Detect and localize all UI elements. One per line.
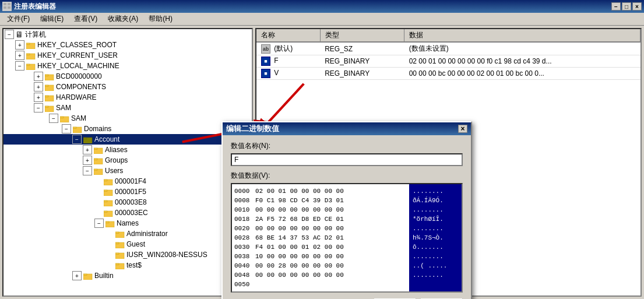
- tree-label-u1f4: 000001F4: [115, 177, 146, 185]
- svg-rect-19: [60, 117, 64, 118]
- svg-rect-41: [115, 232, 119, 234]
- svg-rect-11: [45, 75, 48, 76]
- menu-favorites[interactable]: 收藏夹(A): [103, 13, 143, 25]
- tree-item-hklm[interactable]: − HKEY_LOCAL_MACHINE: [3, 61, 252, 71]
- menu-help[interactable]: 帮助(H): [144, 13, 177, 25]
- hex-chars-9: ........: [413, 270, 458, 280]
- folder-icon-groups: [94, 157, 103, 164]
- cell-name-3: V: [274, 69, 279, 77]
- svg-rect-21: [73, 127, 76, 129]
- hex-row-10: 0050: [234, 280, 407, 289]
- hex-bytes-9: 00 00 00 00 00 00 00 00: [255, 270, 344, 280]
- expand-bcd[interactable]: +: [34, 72, 43, 81]
- tree-item-names[interactable]: − Names: [3, 218, 252, 228]
- tree-item-sam-root[interactable]: − SAM: [3, 103, 252, 113]
- tree-item-u3ec[interactable]: 000003EC: [3, 207, 252, 218]
- svg-rect-35: [104, 200, 107, 202]
- registry-tree: − 🖥 计算机 + HKEY_CLASSES_ROOT + HKEY_CURRE…: [2, 28, 253, 297]
- hex-right-panel: ........ ðÁ.ÍÄ9Ó. ........ *õrhØíÎ. ....…: [409, 184, 462, 291]
- folder-icon-sam-root: [45, 104, 54, 112]
- dialog-name-input[interactable]: F: [231, 153, 463, 166]
- col-header-name: 名称: [256, 29, 320, 42]
- menu-file[interactable]: 文件(F): [2, 13, 34, 25]
- tree-item-u3e8[interactable]: 000003E8: [3, 197, 252, 207]
- reg-icon-ab-1: ab: [261, 44, 270, 54]
- cell-type-3: REG_BINARY: [320, 68, 404, 80]
- tree-root-computer[interactable]: − 🖥 计算机: [3, 29, 252, 40]
- hex-editor[interactable]: 0000 02 00 01 00 00 00 00 00 0008 F0 C1 …: [231, 183, 463, 293]
- tree-item-bcd[interactable]: + BCD00000000: [3, 71, 252, 82]
- tree-item-u1f5[interactable]: 000001F5: [3, 187, 252, 197]
- expand-users[interactable]: −: [83, 166, 92, 175]
- menu-view[interactable]: 查看(V): [69, 13, 102, 25]
- folder-icon-builtin: [83, 272, 93, 280]
- cell-name-2: F: [274, 57, 278, 65]
- expand-builtin[interactable]: +: [72, 271, 82, 280]
- hex-bytes-6: F4 01 00 00 01 02 00 00: [255, 242, 344, 252]
- tree-item-domains[interactable]: − Domains: [3, 124, 252, 134]
- folder-icon-components: [45, 83, 54, 91]
- hex-chars-1: ðÁ.ÍÄ9Ó.: [413, 196, 458, 205]
- tree-item-test[interactable]: test$: [3, 260, 252, 270]
- expand-aliases[interactable]: +: [83, 145, 92, 154]
- menu-edit[interactable]: 编辑(E): [36, 13, 68, 25]
- tree-label-test: test$: [126, 261, 142, 269]
- hex-addr-7: 0038: [234, 252, 255, 261]
- svg-rect-29: [94, 169, 97, 171]
- hex-addr-2: 0010: [234, 205, 255, 214]
- tree-item-builtin[interactable]: + Builtin: [3, 270, 252, 281]
- hex-row-1: 0008 F0 C1 98 CD C4 39 D3 01: [234, 196, 407, 205]
- hex-row-0: 0000 02 00 01 00 00 00 00 00: [234, 187, 407, 196]
- tree-item-components[interactable]: + COMPONENTS: [3, 82, 252, 92]
- hex-bytes-1: F0 C1 98 CD C4 39 D3 01: [255, 196, 344, 205]
- expand-hkcu[interactable]: +: [15, 51, 24, 60]
- minimize-button[interactable]: −: [611, 2, 621, 10]
- table-row[interactable]: ■ V REG_BINARY 00 00 00 bc 00 00 00 02 0…: [256, 68, 641, 80]
- tree-item-sam-sub[interactable]: − SAM: [3, 113, 252, 124]
- tree-item-hardware[interactable]: + HARDWARE: [3, 92, 252, 103]
- tree-item-guest[interactable]: Guest: [3, 239, 252, 249]
- dialog-title-text: 编辑二进制数值: [226, 124, 458, 134]
- maximize-button[interactable]: □: [622, 2, 631, 10]
- tree-label-u3ec: 000003EC: [115, 209, 148, 217]
- tree-item-admin[interactable]: Administrator: [3, 228, 252, 239]
- menu-bar: 文件(F) 编辑(E) 查看(V) 收藏夹(A) 帮助(H): [0, 13, 644, 26]
- tree-item-groups[interactable]: + Groups: [3, 155, 252, 166]
- expand-names[interactable]: −: [94, 219, 104, 228]
- app-title: 注册表编辑器: [14, 2, 56, 12]
- expand-components[interactable]: +: [34, 82, 43, 92]
- expand-hardware[interactable]: +: [34, 93, 43, 102]
- expand-account[interactable]: −: [72, 135, 82, 144]
- expand-sam-root[interactable]: −: [34, 103, 43, 112]
- tree-item-u1f4[interactable]: 000001F4: [3, 176, 252, 187]
- folder-icon-admin: [115, 230, 125, 238]
- expand-hkcr[interactable]: +: [15, 40, 24, 50]
- close-button[interactable]: ×: [632, 2, 642, 10]
- tree-item-hkcr[interactable]: + HKEY_CLASSES_ROOT: [3, 40, 252, 50]
- edit-binary-dialog[interactable]: 编辑二进制数值 × 数值名称(N): F 数值数据(V): 0000 02 00…: [221, 121, 472, 299]
- tree-item-aliases[interactable]: + Aliases: [3, 145, 252, 155]
- expand-groups[interactable]: +: [83, 156, 92, 165]
- svg-rect-49: [83, 274, 87, 276]
- tree-item-account[interactable]: − Account: [3, 134, 252, 145]
- expand-hklm[interactable]: −: [15, 61, 24, 71]
- svg-rect-3: [8, 6, 10, 9]
- tree-label-hklm: HKEY_LOCAL_MACHINE: [37, 62, 119, 70]
- expand-icon[interactable]: −: [5, 30, 14, 39]
- table-row[interactable]: ■ F REG_BINARY 02 00 01 00 00 00 00 00 f…: [256, 55, 641, 68]
- tree-label-aliases: Aliases: [105, 146, 128, 154]
- tree-item-iusr[interactable]: IUSR_WIN2008-NESSUS: [3, 249, 252, 260]
- tree-label-guest: Guest: [126, 240, 145, 248]
- expand-sam-sub[interactable]: −: [49, 114, 58, 123]
- tree-item-users[interactable]: − Users: [3, 166, 252, 176]
- tree-item-hkcu[interactable]: + HKEY_CURRENT_USER: [3, 50, 252, 61]
- dialog-close-button[interactable]: ×: [458, 125, 467, 133]
- expand-domains[interactable]: −: [62, 124, 71, 133]
- table-row[interactable]: ab (默认) REG_SZ (数值未设置): [256, 42, 641, 55]
- hex-addr-3: 0018: [234, 214, 255, 224]
- folder-icon-users: [94, 167, 103, 175]
- svg-rect-0: [3, 3, 6, 5]
- tree-label-iusr: IUSR_WIN2008-NESSUS: [126, 251, 207, 259]
- hex-bytes-7: 10 00 00 00 00 00 00 00: [255, 252, 344, 261]
- svg-rect-5: [26, 43, 30, 45]
